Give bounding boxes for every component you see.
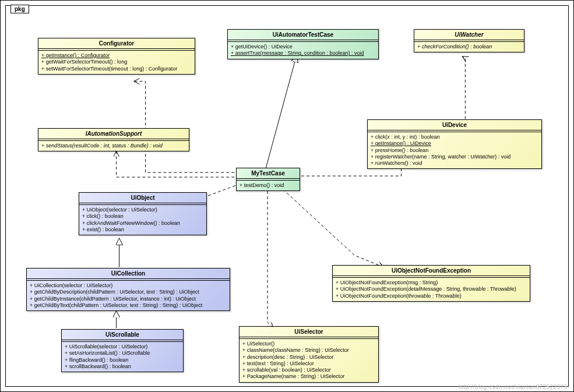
member: + getWaitForSelectorTimeout() : long bbox=[41, 59, 192, 65]
svg-line-0 bbox=[266, 55, 297, 168]
member: + click(x : int, y : int) : boolean bbox=[371, 134, 538, 140]
class-name: UiObjectNotFoundException bbox=[333, 266, 530, 276]
class-members: + testDemo() : void bbox=[237, 181, 300, 190]
member: + assertTrue(message : String, condition… bbox=[231, 50, 375, 56]
package-label: pkg bbox=[10, 5, 29, 13]
class-uiselector: UiSelector + UiSelector() + className(cl… bbox=[239, 326, 379, 383]
class-name: IAutomationSupport bbox=[38, 129, 189, 139]
member: + className(className : String) : UiSele… bbox=[242, 347, 375, 354]
class-name: UiDevice bbox=[368, 120, 541, 130]
member: + UiSelector() bbox=[242, 341, 375, 347]
class-members: + UiScrollable(selector : UiSelector) + … bbox=[62, 342, 183, 372]
member: + UiScrollable(selector : UiSelector) bbox=[65, 344, 180, 350]
member: + clickAndWaitForNewWindow() : boolean bbox=[82, 220, 203, 227]
class-uiobjectnotfoundexception: UiObjectNotFoundException + UiObjectNotF… bbox=[332, 265, 530, 302]
member: + click() : boolean bbox=[82, 213, 203, 220]
member: + UiObject(selector : UiSelector) bbox=[82, 207, 203, 213]
class-name: UiScrollable bbox=[62, 330, 183, 340]
member: + PackageName(name : String) : UiSelecto… bbox=[242, 373, 375, 380]
member: + registerWatcher(name : String, watcher… bbox=[371, 154, 538, 160]
member: + getChildByDescription(childPattern : U… bbox=[30, 289, 227, 295]
member: + scrollBackward() : boolean bbox=[65, 363, 180, 370]
member: + getChildByInstance(childPattern : UiSe… bbox=[30, 296, 227, 302]
class-uicollection: UiCollection + UiCollection(selector : U… bbox=[26, 268, 230, 311]
class-members: + UiSelector() + className(className : S… bbox=[240, 339, 378, 382]
member: + pressHome() : boolean bbox=[371, 147, 538, 154]
member: + getUiDevice() : UiDevice bbox=[231, 44, 375, 50]
member: + getChildByText(childPattern : UiSelect… bbox=[30, 302, 227, 309]
class-uiautomatortestcase: UiAutomatorTestCase + getUiDevice() : Ui… bbox=[227, 29, 379, 59]
class-name: UiObject bbox=[79, 193, 206, 203]
member: + getInstance() : Configurator bbox=[41, 52, 192, 59]
class-members: + sendStatus(resultCode : int, status : … bbox=[38, 141, 189, 151]
member: + testDemo() : void bbox=[240, 182, 297, 189]
member: + getInstance() : UiDevice bbox=[371, 140, 538, 147]
class-iautomationsupport: IAutomationSupport + sendStatus(resultCo… bbox=[38, 128, 189, 151]
class-members: + UiObjectNotFoundException(msg : String… bbox=[333, 278, 530, 301]
class-name: UiAutomatorTestCase bbox=[228, 30, 378, 40]
member: + text(text : String) : UiSelector bbox=[242, 361, 375, 367]
member: + flingBackward() : boolean bbox=[65, 357, 180, 363]
class-name: UiSelector bbox=[240, 327, 378, 337]
member: + checkForCondition() : boolean bbox=[417, 44, 521, 50]
member: + UiCollection(selector : UiSelector) bbox=[30, 282, 227, 289]
member: + scrollable(val : boolean) : UiSelector bbox=[242, 367, 375, 373]
class-mytestcase: MyTestCase + testDemo() : void bbox=[236, 168, 300, 191]
class-members: + getUiDevice() : UiDevice + assertTrue(… bbox=[228, 42, 378, 59]
class-uiwatcher: UiWatcher + checkForCondition() : boolea… bbox=[414, 29, 524, 52]
member: + exist() : boolean bbox=[82, 227, 203, 233]
member: + runWatchers() : void bbox=[371, 160, 538, 167]
class-uidevice: UiDevice + click(x : int, y : int) : boo… bbox=[367, 119, 542, 169]
class-configurator: Configurator + getInstance() : Configura… bbox=[38, 38, 195, 75]
member: + sendStatus(resultCode : int, status : … bbox=[41, 143, 186, 149]
class-members: + getInstance() : Configurator + getWait… bbox=[38, 51, 195, 74]
member: + UiObjectNotFoundException(detailMessag… bbox=[336, 286, 527, 292]
class-members: + UiObject(selector : UiSelector) + clic… bbox=[79, 205, 206, 235]
class-name: UiCollection bbox=[27, 269, 230, 279]
class-name: MyTestCase bbox=[237, 168, 300, 179]
class-members: + checkForCondition() : boolean bbox=[414, 42, 524, 52]
diagram-canvas: pkg bbox=[0, 0, 574, 392]
class-members: + UiCollection(selector : UiSelector) + … bbox=[27, 281, 230, 310]
class-uiscrollable: UiScrollable + UiScrollable(selector : U… bbox=[61, 329, 184, 372]
class-name: UiWatcher bbox=[414, 30, 524, 40]
class-uiobject: UiObject + UiObject(selector : UiSelecto… bbox=[79, 192, 207, 235]
class-members: + click(x : int, y : int) : boolean + ge… bbox=[368, 132, 541, 168]
member: + description(desc : String) : UiSelecto… bbox=[242, 354, 375, 361]
watermark-text: http://blog.csdn.net/xianlan872522976 bbox=[458, 384, 568, 390]
class-name: Configurator bbox=[38, 38, 195, 49]
package-frame: pkg bbox=[5, 5, 569, 387]
member: + UiObjectNotFoundException(throwable : … bbox=[336, 293, 527, 299]
member: + setAsHorizontalList() : UiScrollable bbox=[65, 350, 180, 356]
member: + setWaitForSelectorTimeout(timeout : lo… bbox=[41, 66, 192, 72]
member: + UiObjectNotFoundException(msg : String… bbox=[336, 280, 527, 286]
